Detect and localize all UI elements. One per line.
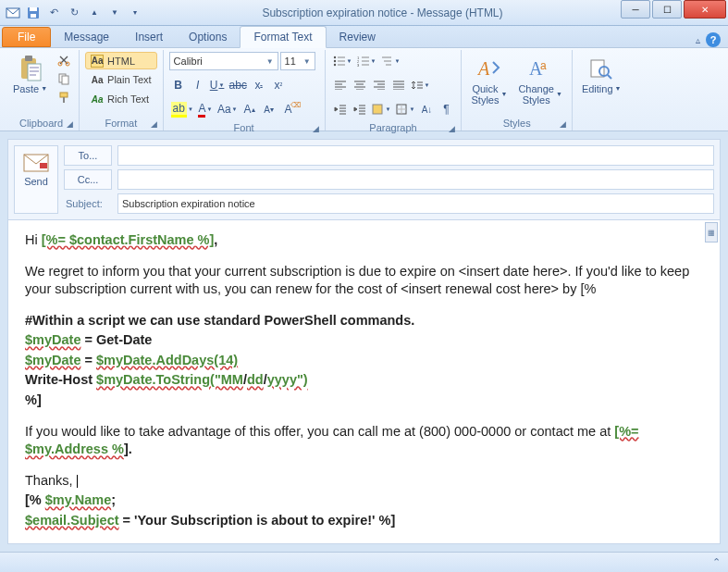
tab-format-text[interactable]: Format Text <box>240 26 326 48</box>
change-case-button[interactable]: Aa▼ <box>216 100 240 118</box>
decrease-indent-button[interactable] <box>331 100 350 118</box>
strikethrough-button[interactable]: abc <box>228 76 249 94</box>
align-left-button[interactable] <box>331 76 350 94</box>
minimize-ribbon-icon[interactable]: ▵ <box>696 35 700 45</box>
clear-formatting-button[interactable]: A⌫ <box>279 100 298 118</box>
minimize-button[interactable]: ─ <box>621 0 650 19</box>
help-icon[interactable]: ? <box>706 32 721 47</box>
outlook-icon[interactable] <box>4 4 22 22</box>
group-styles-label: Styles◢ <box>467 116 565 131</box>
editing-button[interactable]: Editing▼ <box>578 52 625 96</box>
shading-button[interactable]: ▼ <box>370 100 393 118</box>
body-text: %] <box>25 392 42 407</box>
close-button[interactable]: ✕ <box>684 0 726 19</box>
change-styles-icon: Aa <box>527 54 553 83</box>
body-text: We regret to inform you that your curren… <box>25 264 689 297</box>
tab-options[interactable]: Options <box>176 27 240 47</box>
quick-styles-icon: A <box>476 54 502 83</box>
change-styles-button[interactable]: Aa Change Styles ▼ <box>514 52 565 107</box>
svg-rect-12 <box>63 97 65 103</box>
title-bar: ↶ ↻ ▲ ▼ ▾ Subscription expiration notice… <box>0 0 728 26</box>
change-styles-label: Change Styles <box>518 83 554 106</box>
paste-icon <box>19 54 43 83</box>
svg-text:3: 3 <box>357 63 360 67</box>
borders-button[interactable]: ▼ <box>394 100 417 118</box>
shrink-font-button[interactable]: A▾ <box>260 100 278 118</box>
svg-rect-24 <box>591 60 604 77</box>
cut-button[interactable] <box>55 52 73 68</box>
prev-item-icon[interactable]: ▲ <box>85 4 104 22</box>
grow-font-button[interactable]: A▴ <box>241 100 259 118</box>
multilevel-button[interactable]: ▼ <box>378 52 401 70</box>
format-html-button[interactable]: AaHTML <box>85 52 157 69</box>
subject-field[interactable] <box>117 193 714 214</box>
line-spacing-button[interactable]: ▼ <box>409 76 432 94</box>
align-right-button[interactable] <box>370 76 389 94</box>
bold-button[interactable]: B <box>169 76 188 94</box>
font-color-button[interactable]: A▼ <box>196 100 215 118</box>
window-title: Subscription expiration notice - Message… <box>144 6 621 19</box>
italic-button[interactable]: I <box>189 76 207 94</box>
underline-button[interactable]: U▼ <box>208 76 227 94</box>
font-size-select[interactable]: 11▼ <box>280 52 315 70</box>
expand-icon[interactable]: ⌃ <box>712 556 721 568</box>
show-marks-button[interactable]: ¶ <box>437 100 455 118</box>
group-editing: Editing▼ <box>573 50 631 131</box>
tab-insert[interactable]: Insert <box>122 27 176 47</box>
qat-customize-icon[interactable]: ▾ <box>126 4 144 22</box>
body-text: ; <box>111 492 116 507</box>
ribbon-tabs: File Message Insert Options Format Text … <box>0 26 728 48</box>
to-button[interactable]: To... <box>64 145 112 166</box>
align-center-button[interactable] <box>351 76 369 94</box>
body-text: Thanks, <box>25 473 77 488</box>
save-icon[interactable] <box>24 4 43 22</box>
justify-button[interactable] <box>389 76 408 94</box>
svg-text:A: A <box>476 58 490 79</box>
styles-launcher-icon[interactable]: ◢ <box>560 119 566 129</box>
highlight-button[interactable]: ab▼ <box>169 100 195 118</box>
paragraph-launcher-icon[interactable]: ◢ <box>449 124 455 133</box>
ruler-toggle[interactable]: ▦ <box>705 222 718 242</box>
find-icon <box>589 54 613 83</box>
body-text: , <box>214 232 217 247</box>
maximize-button[interactable]: ☐ <box>652 0 682 19</box>
format-launcher-icon[interactable]: ◢ <box>151 119 157 129</box>
tab-file[interactable]: File <box>2 27 51 47</box>
quick-styles-button[interactable]: A Quick Styles ▼ <box>467 52 511 107</box>
undo-icon[interactable]: ↶ <box>44 4 63 22</box>
message-header: Send To... Cc... Subject: <box>7 139 721 220</box>
format-html-label: HTML <box>107 56 135 67</box>
increase-indent-button[interactable] <box>351 100 369 118</box>
cc-button[interactable]: Cc... <box>64 169 112 190</box>
numbering-button[interactable]: 123▼ <box>355 52 378 70</box>
font-launcher-icon[interactable]: ◢ <box>313 124 319 133</box>
font-family-select[interactable]: Calibri▼ <box>169 52 278 70</box>
body-text: = <box>80 353 96 367</box>
format-plain-button[interactable]: AaPlain Text <box>85 70 157 89</box>
format-rich-button[interactable]: AaRich Text <box>85 90 157 108</box>
group-editing-label <box>578 116 625 131</box>
window-controls: ─ ☐ ✕ <box>621 0 728 25</box>
message-body[interactable]: ▦ Hi [%= $contact.FirstName %], We regre… <box>7 220 721 544</box>
paste-button[interactable]: Paste▼ <box>9 52 51 96</box>
body-text: = Get-Date <box>80 332 152 347</box>
next-item-icon[interactable]: ▼ <box>105 4 124 22</box>
tab-message[interactable]: Message <box>51 27 122 47</box>
tab-review[interactable]: Review <box>327 27 389 47</box>
to-field[interactable] <box>117 145 714 166</box>
sort-button[interactable]: A↓ <box>417 100 436 118</box>
send-button[interactable]: Send <box>14 145 58 214</box>
group-format: AaHTML AaPlain Text AaRich Text Format◢ <box>80 50 164 131</box>
svg-rect-10 <box>62 76 68 84</box>
subscript-button[interactable]: x₂ <box>250 76 268 94</box>
cc-field[interactable] <box>117 169 714 190</box>
paste-label: Paste <box>13 83 39 94</box>
clipboard-launcher-icon[interactable]: ◢ <box>67 119 73 129</box>
font-family-value: Calibri <box>174 56 203 67</box>
copy-button[interactable] <box>55 70 73 87</box>
redo-icon[interactable]: ↻ <box>65 4 83 22</box>
superscript-button[interactable]: x² <box>269 76 288 94</box>
bullets-button[interactable]: ▼ <box>331 52 354 70</box>
format-painter-button[interactable] <box>55 89 73 106</box>
svg-rect-19 <box>373 105 382 114</box>
